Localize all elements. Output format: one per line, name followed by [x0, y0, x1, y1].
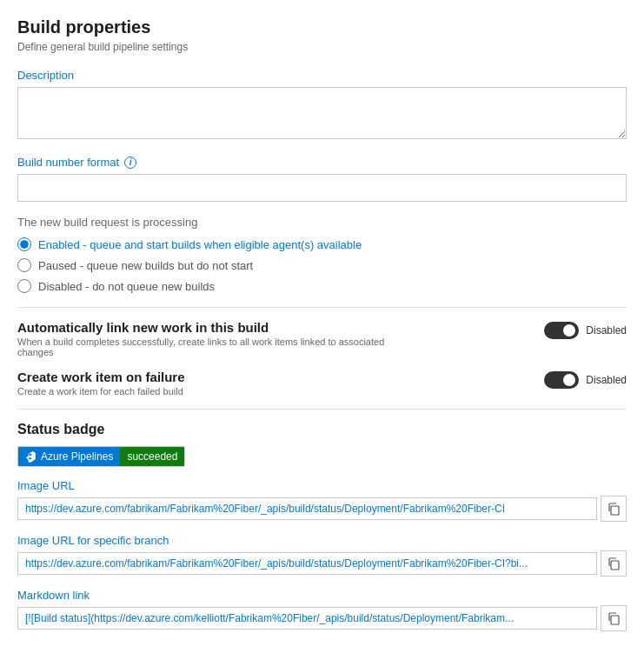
- create-work-item-title: Create work item on failure: [17, 370, 185, 384]
- image-url-branch-copy-button[interactable]: [601, 550, 627, 577]
- image-url-label: Image URL: [17, 479, 627, 492]
- markdown-link-input[interactable]: [17, 607, 597, 630]
- page-subtitle: Define general build pipeline settings: [17, 41, 627, 53]
- markdown-link-label: Markdown link: [17, 589, 627, 602]
- radio-enabled[interactable]: Enabled - queue and start builds when el…: [17, 237, 627, 251]
- auto-link-subtitle: When a build completes successfully, cre…: [17, 337, 417, 357]
- radio-disabled[interactable]: Disabled - do not queue new builds: [17, 279, 627, 293]
- build-number-format-label: Build number format i: [17, 156, 627, 169]
- radio-enabled-label: Enabled - queue and start builds when el…: [38, 238, 362, 251]
- build-number-format-info-icon[interactable]: i: [124, 157, 136, 169]
- image-url-branch-input[interactable]: [17, 552, 597, 575]
- auto-link-title: Automatically link new work in this buil…: [17, 320, 417, 335]
- svg-rect-0: [611, 506, 619, 515]
- status-text: The new build request is processing: [17, 216, 627, 229]
- create-work-item-toggle[interactable]: [544, 371, 579, 389]
- build-number-format-input[interactable]: [17, 174, 627, 202]
- badge-succeeded-part: succeeded: [120, 447, 184, 466]
- create-work-item-toggle-label: Disabled: [586, 374, 627, 386]
- auto-link-section: Automatically link new work in this buil…: [17, 320, 627, 357]
- create-work-item-subtitle: Create a work item for each failed build: [17, 386, 185, 397]
- description-input[interactable]: [17, 87, 627, 139]
- markdown-link-section: Markdown link: [17, 589, 627, 631]
- radio-paused-label: Paused - queue new builds but do not sta…: [38, 259, 253, 272]
- image-url-copy-button[interactable]: [601, 496, 627, 522]
- status-badge-title: Status badge: [17, 422, 627, 437]
- svg-rect-1: [611, 561, 619, 570]
- badge-azure-label: Azure Pipelines: [41, 450, 113, 463]
- radio-paused[interactable]: Paused - queue new builds but do not sta…: [17, 258, 627, 272]
- copy-icon-2: [607, 557, 621, 570]
- radio-disabled-input[interactable]: [17, 279, 31, 293]
- radio-disabled-label: Disabled - do not queue new builds: [38, 280, 215, 293]
- create-work-item-section: Create work item on failure Create a wor…: [17, 370, 627, 397]
- copy-icon-3: [607, 611, 621, 625]
- copy-icon: [607, 502, 621, 516]
- image-url-input[interactable]: [17, 497, 597, 520]
- page-title: Build properties: [17, 17, 627, 37]
- auto-link-toggle-label: Disabled: [586, 324, 627, 337]
- radio-paused-input[interactable]: [17, 258, 31, 272]
- svg-rect-2: [611, 616, 619, 624]
- azure-pipelines-icon: [25, 450, 37, 463]
- badge-azure-part: Azure Pipelines: [18, 447, 120, 466]
- status-badge-section: Status badge Azure Pipelines succeeded I…: [17, 422, 627, 631]
- image-url-branch-label: Image URL for specific branch: [17, 534, 627, 547]
- description-label: Description: [17, 69, 627, 82]
- radio-enabled-input[interactable]: [17, 237, 31, 251]
- divider-2: [17, 409, 627, 410]
- divider-1: [17, 307, 627, 308]
- badge-preview: Azure Pipelines succeeded: [17, 446, 185, 467]
- markdown-link-copy-button[interactable]: [601, 605, 627, 631]
- queue-status-radio-group: Enabled - queue and start builds when el…: [17, 237, 627, 293]
- badge-succeeded-label: succeeded: [127, 450, 177, 463]
- image-url-section: Image URL: [17, 479, 627, 522]
- image-url-branch-section: Image URL for specific branch: [17, 534, 627, 577]
- auto-link-toggle[interactable]: [544, 322, 579, 339]
